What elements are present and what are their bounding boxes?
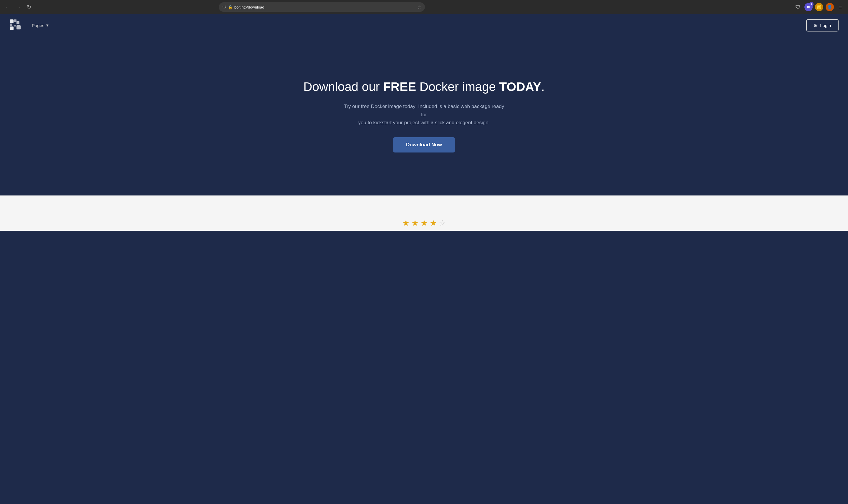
back-button[interactable]: ← bbox=[3, 3, 12, 11]
svg-rect-6 bbox=[17, 25, 21, 30]
hero-title-bold2: TODAY bbox=[499, 80, 541, 94]
hero-subtitle-line1: Try our free Docker image today! Include… bbox=[344, 104, 504, 117]
page-wrapper: Pages ▾ ⊞ Login Download our FREE Docker… bbox=[0, 14, 848, 231]
star-1: ★ bbox=[402, 218, 410, 228]
svg-rect-1 bbox=[14, 19, 17, 22]
browser-toolbar: 🛡 ⊞ 4 🪙 👤 ≡ bbox=[794, 3, 845, 11]
login-icon: ⊞ bbox=[814, 23, 818, 28]
extensions-button[interactable]: ⊞ 4 bbox=[805, 3, 813, 11]
menu-button[interactable]: ≡ bbox=[836, 3, 845, 11]
hero-subtitle-line2: you to kickstart your project with a sli… bbox=[358, 120, 490, 125]
extensions-icon: ⊞ bbox=[807, 5, 810, 9]
profile-button[interactable]: 👤 bbox=[826, 3, 834, 11]
browser-chrome: ← → ↻ 🛡 🔒 bolt.htb/download ☆ 🛡 ⊞ 4 🪙 👤 … bbox=[0, 0, 848, 14]
url-text[interactable]: bolt.htb/download bbox=[234, 5, 416, 10]
hero-subtitle: Try our free Docker image today! Include… bbox=[342, 103, 506, 127]
login-button[interactable]: ⊞ Login bbox=[806, 19, 838, 32]
address-bar[interactable]: 🛡 🔒 bolt.htb/download ☆ bbox=[219, 2, 425, 12]
shield-button[interactable]: 🛡 bbox=[794, 3, 802, 11]
svg-rect-0 bbox=[10, 19, 14, 23]
svg-rect-5 bbox=[17, 21, 19, 24]
login-label: Login bbox=[820, 23, 831, 28]
star-4: ★ bbox=[430, 218, 437, 228]
star-rating: ★ ★ ★ ★ ☆ bbox=[402, 218, 446, 228]
extensions-badge: 4 bbox=[809, 2, 814, 6]
below-fold-section: ★ ★ ★ ★ ☆ bbox=[0, 196, 848, 231]
site-logo bbox=[10, 19, 22, 32]
download-now-button[interactable]: Download Now bbox=[393, 137, 455, 152]
svg-rect-4 bbox=[14, 25, 16, 26]
bookmark-star-icon[interactable]: ☆ bbox=[417, 5, 421, 10]
pages-label: Pages bbox=[32, 23, 44, 28]
hero-title-part1: Download our bbox=[303, 80, 383, 94]
star-2: ★ bbox=[411, 218, 419, 228]
security-icon: 🛡 bbox=[222, 5, 226, 10]
reload-button[interactable]: ↻ bbox=[25, 3, 33, 11]
hero-title-bold1: FREE bbox=[383, 80, 416, 94]
star-3: ★ bbox=[420, 218, 428, 228]
hero-title: Download our FREE Docker image TODAY. bbox=[303, 79, 544, 94]
svg-rect-3 bbox=[10, 26, 14, 30]
crypto-button[interactable]: 🪙 bbox=[815, 3, 823, 11]
forward-button[interactable]: → bbox=[14, 3, 22, 11]
chevron-down-icon: ▾ bbox=[46, 23, 49, 28]
navbar-left: Pages ▾ bbox=[10, 19, 51, 32]
svg-rect-2 bbox=[10, 23, 12, 26]
lock-icon: 🔒 bbox=[228, 5, 233, 10]
star-5: ☆ bbox=[439, 218, 446, 228]
hero-section: Download our FREE Docker image TODAY. Tr… bbox=[0, 36, 848, 196]
pages-nav[interactable]: Pages ▾ bbox=[30, 21, 51, 30]
navbar: Pages ▾ ⊞ Login bbox=[0, 14, 848, 36]
hero-title-part2: Docker image bbox=[416, 80, 499, 94]
hero-title-end: . bbox=[541, 80, 545, 94]
